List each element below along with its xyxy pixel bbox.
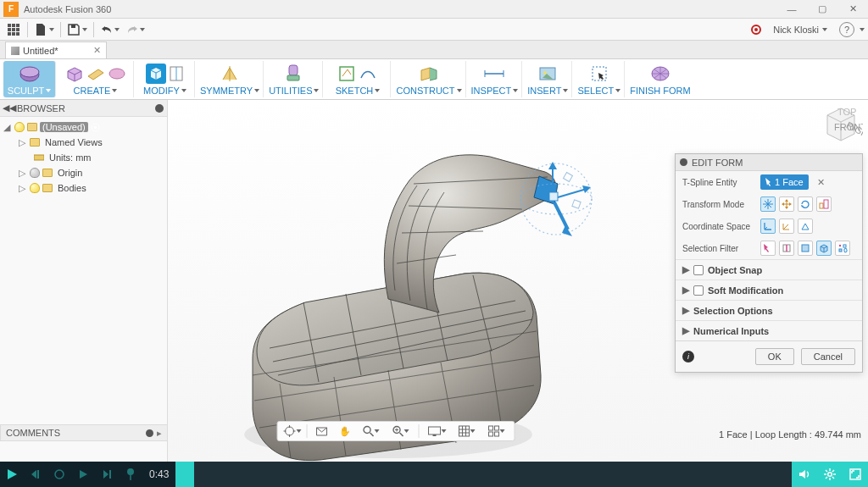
model-3d[interactable]	[210, 121, 600, 462]
collapse-icon[interactable]: ◀◀	[3, 102, 15, 114]
coord-view[interactable]	[779, 219, 794, 234]
bulb-icon[interactable]	[14, 122, 25, 132]
view-cube[interactable]: FRONT RIGHT TOP	[819, 103, 863, 147]
save-button[interactable]	[64, 20, 90, 39]
tspline-selection-chip[interactable]: 1 Face	[760, 174, 809, 190]
new-file-button[interactable]	[31, 20, 57, 39]
svg-rect-4	[12, 28, 15, 31]
ribbon-sketch[interactable]: SKETCH	[325, 61, 391, 97]
bulb-icon[interactable]	[30, 183, 40, 193]
video-next-button[interactable]	[95, 462, 119, 487]
ribbon-insert[interactable]: INSERT	[524, 61, 572, 97]
video-replay-button[interactable]	[47, 462, 71, 487]
document-icon	[11, 47, 19, 55]
filter-all[interactable]	[835, 241, 850, 256]
viewport-layout-button[interactable]	[482, 422, 511, 440]
video-play-button[interactable]	[0, 462, 24, 487]
video-settings-button[interactable]	[817, 462, 843, 487]
close-tab-icon[interactable]: ✕	[93, 45, 101, 56]
app-title: Autodesk Fusion 360	[22, 4, 776, 14]
tree-root[interactable]: ◢ (Unsaved)	[0, 119, 167, 135]
clear-selection-button[interactable]: ✕	[815, 176, 827, 188]
svg-rect-49	[843, 245, 846, 247]
bulb-off-icon[interactable]	[30, 168, 40, 178]
options-icon[interactable]	[146, 429, 153, 437]
browser-header[interactable]: ◀◀ BROWSER	[0, 100, 167, 117]
panel-header[interactable]: EDIT FORM	[676, 154, 862, 171]
ribbon-select[interactable]: SELECT	[574, 61, 625, 97]
video-marker-button[interactable]	[119, 462, 142, 487]
window-close-button[interactable]: ✕	[837, 0, 868, 19]
expand-icon[interactable]: ▸	[157, 428, 162, 439]
filter-body[interactable]	[816, 241, 832, 256]
svg-line-79	[832, 470, 834, 472]
numerical-inputs-expander[interactable]: ▶Numerical Inputs	[676, 320, 862, 340]
info-icon[interactable]: i	[682, 351, 694, 362]
coord-world[interactable]	[760, 219, 776, 234]
orbit-button[interactable]	[281, 422, 303, 440]
help-button[interactable]: ?	[839, 22, 854, 37]
tree-origin[interactable]: ▷ Origin	[0, 165, 167, 180]
transform-mode-all[interactable]	[760, 196, 776, 212]
display-button[interactable]	[423, 422, 452, 440]
undo-button[interactable]	[97, 20, 123, 39]
tree-named-views[interactable]: ▷ Named Views	[0, 135, 167, 150]
coord-local[interactable]	[798, 219, 813, 234]
grid-display-button[interactable]	[453, 422, 481, 440]
comments-bar[interactable]: COMMENTS ▸	[0, 424, 168, 441]
lookat-button[interactable]	[311, 422, 333, 440]
svg-point-48	[839, 245, 841, 246]
viewport-3d[interactable]: FRONT RIGHT TOP	[168, 100, 868, 462]
cancel-button[interactable]: Cancel	[801, 348, 855, 365]
soft-mod-checkbox[interactable]	[693, 285, 704, 296]
object-snap-checkbox[interactable]	[693, 265, 704, 275]
svg-rect-37	[549, 192, 558, 201]
inspect-icon	[483, 65, 505, 82]
video-fullscreen-button[interactable]	[843, 462, 868, 487]
video-control-bar: 0:43	[0, 462, 868, 487]
document-tab[interactable]: Untitled* ✕	[5, 42, 107, 58]
video-play2-button[interactable]	[71, 462, 95, 487]
svg-rect-7	[12, 32, 15, 36]
video-progress-track[interactable]	[175, 462, 792, 487]
browser-panel: ◀◀ BROWSER ◢ (Unsaved) ▷ Named Views	[0, 100, 168, 462]
record-icon[interactable]	[751, 25, 761, 35]
gear-icon[interactable]	[91, 122, 101, 132]
transform-mode-translate[interactable]	[779, 196, 794, 212]
ribbon-utilities[interactable]: UTILITIES	[265, 61, 323, 97]
ribbon-inspect[interactable]: INSPECT	[468, 61, 523, 97]
zoom-button[interactable]	[357, 422, 386, 440]
grid-icon	[8, 24, 19, 36]
fit-button[interactable]	[387, 422, 415, 440]
ribbon-finish-form[interactable]: FINISH FORM	[626, 61, 694, 97]
filter-edge[interactable]	[779, 241, 794, 256]
view-navbar: ✋	[277, 421, 515, 441]
options-icon[interactable]	[155, 104, 164, 113]
tree-bodies[interactable]: ▷ Bodies	[0, 180, 167, 196]
apps-grid-button[interactable]	[3, 20, 24, 39]
video-prev-button[interactable]	[24, 462, 47, 487]
video-volume-button[interactable]	[792, 462, 817, 487]
transform-mode-rotate[interactable]	[798, 196, 813, 212]
ribbon-create[interactable]: CREATE	[58, 61, 134, 97]
ok-button[interactable]: OK	[755, 348, 794, 365]
svg-line-77	[826, 470, 827, 472]
ribbon-symmetry[interactable]: SYMMETRY	[197, 61, 264, 97]
window-minimize-button[interactable]: —	[776, 0, 807, 19]
ribbon-sculpt[interactable]: SCULPT	[3, 61, 56, 97]
user-menu[interactable]: Nick Kloski	[766, 25, 834, 35]
filter-face[interactable]	[798, 241, 813, 256]
svg-rect-2	[16, 24, 19, 27]
soft-mod-expander[interactable]: ▶Soft Modification	[676, 279, 862, 300]
object-snap-expander[interactable]: ▶Object Snap	[676, 259, 862, 279]
ribbon-construct[interactable]: CONSTRUCT	[392, 61, 465, 97]
selection-options-expander[interactable]: ▶Selection Options	[676, 300, 862, 320]
redo-button[interactable]	[123, 20, 148, 39]
ribbon-modify[interactable]: MODIFY	[136, 61, 195, 97]
filter-vertex[interactable]	[760, 241, 776, 256]
window-maximize-button[interactable]: ▢	[807, 0, 837, 19]
transform-mode-scale[interactable]	[816, 196, 832, 212]
plane-icon	[86, 64, 105, 83]
pan-button[interactable]: ✋	[334, 422, 356, 440]
tree-units[interactable]: Units: mm	[0, 150, 167, 165]
